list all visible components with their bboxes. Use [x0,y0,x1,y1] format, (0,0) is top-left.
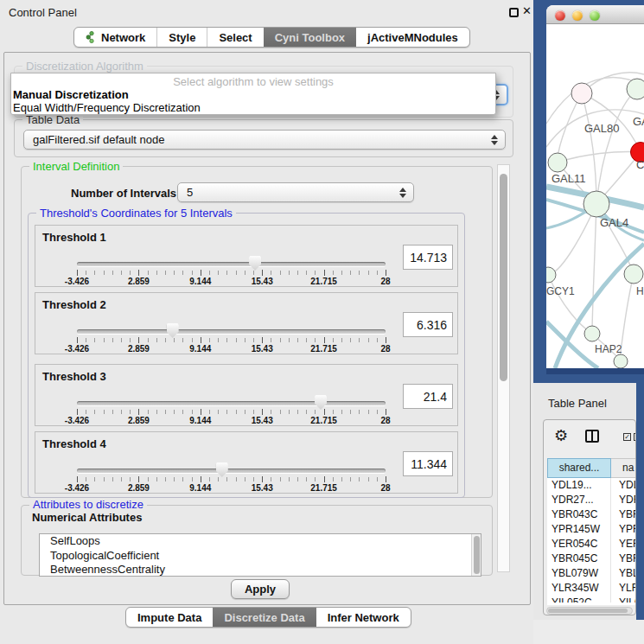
svg-text:HAP2: HAP2 [595,343,622,355]
slider-thumb[interactable] [315,395,327,410]
dropdown-hint: Select algorithm to view settings [11,75,495,88]
close-window-icon[interactable] [555,10,565,21]
slider-scale: -3.426 2.859 9.144 15.43 21.715 28 [77,432,386,494]
list-item[interactable]: BetweennessCentrality [40,563,481,577]
table-row[interactable]: YER054CYER0 [547,537,636,552]
numerical-attributes-label: Numerical Attributes [32,511,142,524]
scrollbar-thumb[interactable] [548,609,628,613]
attributes-list[interactable]: SelfLoops TopologicalCoefficient Between… [39,533,481,577]
minor-ticks [77,338,386,342]
network-view-window[interactable]: GAL80 GAL C GAL11 GAL4 GCY1 H HAP2 [546,5,644,374]
list-item[interactable]: TopologicalCoefficient [40,549,481,564]
panel-title: Control Panel [9,6,77,19]
node-hap2[interactable] [584,326,600,341]
table-data-combobox[interactable]: galFiltered.sif default node [23,130,506,150]
tab-label: Network [101,31,145,44]
svg-text:GAL: GAL [633,115,644,128]
slider-track[interactable] [77,469,386,473]
node-gal80[interactable] [571,83,592,104]
column-header-name[interactable]: na [611,458,636,478]
tab-cyni-toolbox[interactable]: Cyni Toolbox [264,28,356,47]
minor-ticks [77,477,386,481]
close-icon[interactable]: ✕ [522,4,532,17]
table-row[interactable]: YDL19...YDL1 [547,478,636,493]
table-row[interactable]: YDR27...YDR2 [547,493,636,507]
tab-impute-data[interactable]: Impute Data [126,608,213,627]
network-window-titlebar[interactable] [546,5,644,24]
table-horizontal-scrollbar[interactable] [546,607,633,615]
tab-infer-network[interactable]: Infer Network [316,608,411,627]
table-panel: Table Panel ⚙ ✓ ✓ shared... na YDL19...Y… [533,383,636,620]
node-gal4[interactable] [583,191,609,217]
tab-discretize-data[interactable]: Discretize Data [213,608,316,627]
control-panel-titlebar: Control Panel ✕ [0,0,533,24]
slider-thumb[interactable] [216,462,228,477]
svg-text:GAL4: GAL4 [600,216,628,229]
tab-jactivemnodules[interactable]: jActiveMNodules [356,28,469,47]
panel-vertical-scrollbar[interactable] [497,164,510,572]
list-scrollbar[interactable] [471,534,481,576]
table-row[interactable]: YLR345WYLR3 [547,581,636,596]
svg-text:GAL80: GAL80 [584,122,619,135]
threshold-4-panel: Threshold 4 -3.426 2.859 9.144 15.43 21.… [35,431,458,494]
bottom-tabbar: Impute Data Discretize Data Infer Networ… [125,607,411,628]
checkbox-icon[interactable]: ✓ [634,433,636,441]
node-gal[interactable] [627,79,644,99]
node-gcy1[interactable] [546,267,556,283]
tab-style[interactable]: Style [156,28,207,47]
slider-track[interactable] [77,262,386,266]
scrollbar-thumb[interactable] [474,536,480,574]
list-item[interactable]: SelfLoops [40,534,481,549]
dropdown-option-equal-width[interactable]: Equal Width/Frequency Discretization [13,101,201,114]
node-h[interactable] [624,265,643,284]
network-icon [86,31,97,43]
slider-thumb[interactable] [249,256,261,271]
svg-text:GAL11: GAL11 [552,172,586,185]
threshold-value-field[interactable] [403,384,453,409]
float-window-icon[interactable] [509,8,519,17]
table-panel-title: Table Panel [548,397,607,410]
scrollbar-thumb[interactable] [500,174,507,381]
node-gal11[interactable] [548,153,567,172]
combo-value: galFiltered.sif default node [33,133,164,146]
apply-button[interactable]: Apply [231,579,290,599]
table-row[interactable]: YBL079WYBL0 [547,566,636,581]
slider-track[interactable] [77,329,386,334]
group-title: Interval Definition [29,160,123,173]
threshold-3-panel: Threshold 3 -3.426 2.859 9.144 15.43 21.… [35,364,458,426]
group-title: Table Data [22,113,83,126]
tab-select[interactable]: Select [207,28,263,47]
threshold-value-field[interactable] [403,245,453,270]
dropdown-option-manual[interactable]: Manual Discretization [13,88,129,101]
num-intervals-combobox[interactable]: 5 [177,182,414,202]
column-header-shared-name[interactable]: shared... [547,458,611,478]
num-intervals-label: Number of Intervals [71,187,176,200]
tab-network[interactable]: Network [74,28,156,47]
network-graph[interactable]: GAL80 GAL C GAL11 GAL4 GCY1 H HAP2 [546,24,644,368]
threshold-value-field[interactable] [403,312,453,337]
control-panel-tabbar: Network Style Select Cyni Toolbox jActiv… [73,27,470,48]
group-title: Discretization Algorithm [22,60,147,73]
gear-icon[interactable]: ⚙ [554,426,568,445]
slider-thumb[interactable] [167,323,179,338]
table-row-clipped[interactable]: YIL052CYIL0 [547,596,636,603]
table-header-row: shared... na [547,458,636,478]
slider-scale: -3.426 2.859 9.144 15.43 21.715 28 [77,293,386,355]
network-canvas[interactable]: GAL80 GAL C GAL11 GAL4 GCY1 H HAP2 [546,24,644,368]
threshold-2-panel: Threshold 2 -3.426 2.859 9.144 15.43 21.… [35,292,458,354]
table-row[interactable]: YBR045CYBR0 [547,552,636,566]
table-row[interactable]: YPR145WYPR1 [547,522,636,537]
slider-track[interactable] [77,401,386,405]
column-layout-icon[interactable] [585,430,599,443]
checkbox-icon[interactable]: ✓ [623,433,631,441]
node-attribute-table[interactable]: shared... na YDL19...YDL1 YDR27...YDR2 Y… [547,458,636,605]
minimize-window-icon[interactable] [572,10,583,21]
status-area [533,620,644,644]
combo-stepper-icon [491,135,499,145]
zoom-window-icon[interactable] [590,10,600,21]
table-row[interactable]: YBR043CYBR0 [547,507,636,522]
node-bottom[interactable] [614,354,628,368]
threshold-value-field[interactable] [403,451,453,476]
svg-text:C: C [636,158,644,171]
minor-ticks [77,271,386,275]
